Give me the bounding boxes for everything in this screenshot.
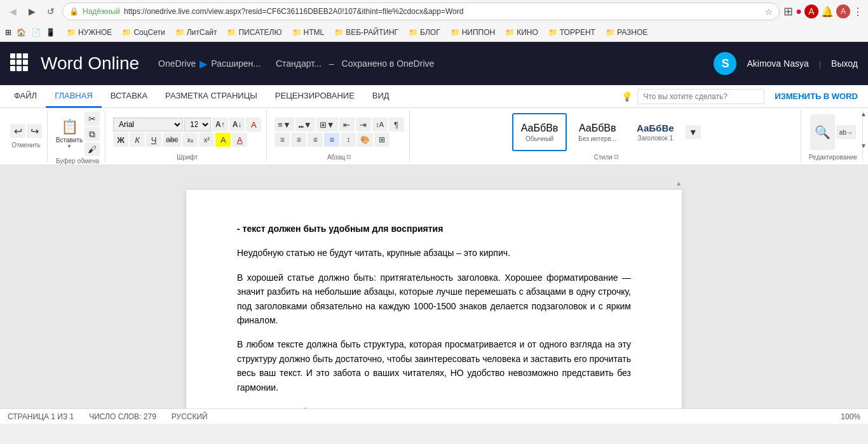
align-right-button[interactable]: ≡ — [308, 133, 323, 147]
bookmark-home[interactable]: 🏠 — [17, 28, 26, 37]
bookmark-html[interactable]: 📁 HTML — [288, 27, 329, 38]
find-button[interactable]: 🔍 — [810, 114, 835, 150]
increase-indent-button[interactable]: ⇥ — [356, 118, 371, 131]
tab-home[interactable]: ГЛАВНАЯ — [46, 85, 102, 108]
folder-icon: 📁 — [505, 28, 515, 37]
bookmark-feeds[interactable]: 📄 — [31, 28, 41, 37]
style-normal[interactable]: АаБбВв Обычный — [512, 113, 567, 151]
paste-label: Вставить — [56, 137, 83, 144]
logout-button[interactable]: Выход — [831, 58, 858, 69]
tab-layout[interactable]: РАЗМЕТКА СТРАНИЦЫ — [156, 85, 266, 108]
sort-button[interactable]: ↕A — [372, 118, 388, 131]
ribbon-scroll-up[interactable]: ▲ — [860, 111, 867, 118]
bookmark-kino[interactable]: 📁 КИНО — [501, 27, 542, 38]
doc-folder[interactable]: Расширен... — [211, 58, 261, 69]
bookmark-blog[interactable]: 📁 БЛОГ — [405, 27, 444, 38]
underline-button[interactable]: Ч — [146, 133, 161, 147]
bookmark-litsait[interactable]: 📁 ЛитСайт — [172, 27, 221, 38]
bookmark-torrent[interactable]: 📁 ТОРРЕНТ — [545, 27, 599, 38]
format-painter-button[interactable]: 🖌 — [85, 142, 100, 156]
subscript-button[interactable]: x₂ — [182, 133, 198, 147]
align-left-button[interactable]: ≡ — [275, 133, 290, 147]
tab-insert[interactable]: ВСТАВКА — [102, 85, 156, 108]
multilevel-button[interactable]: ⊞▼ — [316, 118, 338, 131]
style-no-spacing-preview: АаБбВв — [579, 123, 616, 134]
style-heading1[interactable]: АаБбВе Заголовок 1 — [628, 113, 683, 151]
lightbulb-icon: 💡 — [621, 91, 632, 102]
increase-font-button[interactable]: A↑ — [212, 118, 228, 131]
para-expand-icon[interactable]: ⊡ — [346, 154, 351, 160]
superscript-button[interactable]: x² — [199, 133, 214, 147]
numbering-button[interactable]: ⑉▼ — [295, 118, 315, 131]
text-color-button[interactable]: A — [246, 118, 261, 131]
tab-file[interactable]: ФАЙЛ — [5, 85, 46, 108]
borders-button[interactable]: ⊞ — [374, 133, 390, 147]
bookmark-raznoe[interactable]: 📁 РАЗНОЕ — [602, 27, 651, 38]
address-bar[interactable]: 🔒 Надёжный https://onedrive.live.com/vie… — [62, 3, 780, 20]
back-button[interactable]: ◀ — [5, 4, 20, 19]
bookmark-nippon[interactable]: 📁 НИППОН — [447, 27, 499, 38]
align-justify-button[interactable]: ≡ — [324, 133, 339, 147]
document-area[interactable]: ▲ - текст должен быть удобным для воспри… — [0, 165, 868, 408]
bold-button[interactable]: Ж — [113, 133, 128, 147]
font-family-select[interactable]: Arial — [113, 118, 183, 131]
user-name[interactable]: Akimova Nasya — [747, 58, 808, 69]
apps-grid-button[interactable] — [10, 53, 31, 74]
redo-button[interactable]: ↪ — [27, 124, 42, 138]
styles-label-row: Стили ⊡ — [594, 152, 619, 161]
style-no-spacing[interactable]: АаБбВв Без интерв... — [569, 113, 625, 151]
undo-row: ↩ ↪ — [10, 124, 42, 138]
show-marks-button[interactable]: ¶ — [389, 118, 404, 131]
onedrive-location[interactable]: OneDrive — [158, 58, 196, 69]
bullets-button[interactable]: ≡▼ — [275, 118, 294, 131]
undo-button[interactable]: ↩ — [10, 124, 25, 138]
cut-button[interactable]: ✂ — [85, 112, 100, 126]
styles-more-button[interactable]: ▼ — [686, 125, 701, 139]
ab-replace-button[interactable]: ab→ — [836, 125, 856, 139]
zoom-level[interactable]: 100% — [841, 412, 860, 421]
tab-view[interactable]: ВИД — [363, 85, 398, 108]
font-size-select[interactable]: 12 — [184, 118, 211, 131]
search-icon: 🔍 — [815, 124, 831, 140]
abp-icon[interactable]: A — [804, 4, 818, 18]
help-search-input[interactable] — [637, 89, 764, 104]
bookmark-nuzhnoe[interactable]: 📁 НУЖНОЕ — [63, 27, 116, 38]
paste-dropdown[interactable]: ▼ — [67, 144, 72, 149]
bookmark-pisatelyu[interactable]: 📁 ПИСАТЕЛЮ — [223, 27, 285, 38]
italic-button[interactable]: К — [130, 133, 145, 147]
align-center-button[interactable]: ≡ — [291, 133, 306, 147]
edit-in-word-button[interactable]: ИЗМЕНИТЬ В WORD — [770, 89, 863, 104]
styles-expand-icon[interactable]: ⊡ — [614, 154, 619, 160]
font-color-btn[interactable]: A — [232, 133, 247, 147]
bell-icon[interactable]: 🔔 — [821, 6, 834, 18]
line-spacing-button[interactable]: ↕ — [341, 133, 356, 147]
nav-right-icons: ⊞ ● A 🔔 A ⋮ — [783, 4, 863, 18]
skype-button[interactable]: S — [714, 52, 736, 75]
grid-icon[interactable]: ⊞ — [783, 4, 793, 18]
user-icon[interactable]: A — [836, 4, 850, 18]
bookmark-web-raiting[interactable]: 📁 ВЕБ-РАЙТИНГ — [330, 27, 402, 38]
menu-icon[interactable]: ⋮ — [853, 6, 863, 18]
paste-button[interactable]: 📋 Вставить ▼ — [55, 116, 83, 152]
para-row2: ≡ ≡ ≡ ≡ ↕ 🎨 ⊞ — [275, 133, 403, 147]
refresh-button[interactable]: ↺ — [43, 4, 58, 19]
star-icon[interactable]: ☆ — [765, 7, 773, 17]
bookmark-apps-icon[interactable]: ⊞ — [5, 28, 11, 37]
shading-button[interactable]: 🎨 — [357, 133, 373, 147]
forward-button[interactable]: ▶ — [24, 4, 39, 19]
strikethrough-button[interactable]: abc — [163, 133, 181, 147]
copy-button[interactable]: ⧉ — [85, 127, 100, 141]
decrease-indent-button[interactable]: ⇤ — [339, 118, 355, 131]
doc-style[interactable]: Стандарт... — [276, 58, 322, 69]
paste-icon: 📋 — [61, 119, 78, 135]
tab-review[interactable]: РЕЦЕНЗИРОВАНИЕ — [266, 85, 363, 108]
font-content: Arial 12 A↑ A↓ A Ж К Ч abc x₂ x² A — [113, 112, 261, 152]
highlight-button[interactable]: A — [215, 133, 231, 147]
decrease-font-button[interactable]: A↓ — [229, 118, 245, 131]
bookmark-socseti[interactable]: 📁 СоцСети — [118, 27, 168, 38]
grid-dot — [17, 66, 22, 71]
ribbon-scroll-down[interactable]: ▼ — [860, 142, 867, 149]
office-icon[interactable]: ● — [796, 6, 802, 17]
ribbon-tabs: ФАЙЛ ГЛАВНАЯ ВСТАВКА РАЗМЕТКА СТРАНИЦЫ Р… — [0, 85, 868, 108]
bookmark-mobile[interactable]: 📱 — [46, 28, 55, 37]
